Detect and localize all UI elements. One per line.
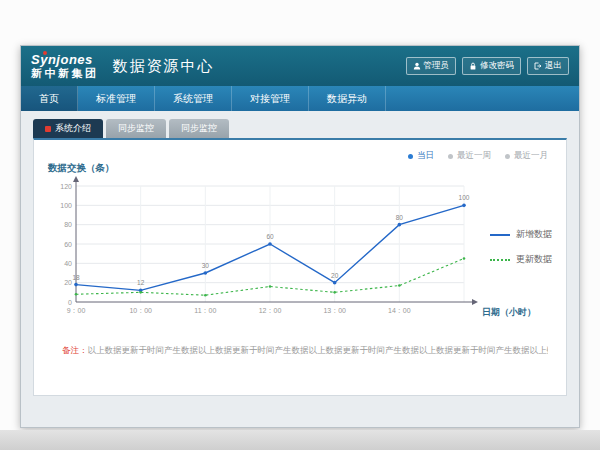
legend-item-new-data[interactable]: 新增数据 xyxy=(490,228,552,241)
tab-system-intro[interactable]: 系统介绍 xyxy=(33,119,103,138)
nav-item-standard-mgmt[interactable]: 标准管理 xyxy=(78,86,155,111)
svg-text:0: 0 xyxy=(68,299,72,306)
page-background-strip xyxy=(0,430,600,450)
header-actions: 管理员 修改密码 退出 xyxy=(406,57,570,75)
user-icon xyxy=(413,62,421,70)
filter-label: 当日 xyxy=(417,150,434,162)
admin-user-button[interactable]: 管理员 xyxy=(406,57,457,75)
range-filters: 当日 最近一周 最近一月 xyxy=(408,150,548,162)
svg-text:30: 30 xyxy=(202,262,210,269)
page-title: 数据资源中心 xyxy=(113,57,215,76)
series-label: 更新数据 xyxy=(516,253,552,266)
dot-icon xyxy=(448,154,453,159)
app-header: Synjones 新中新集团 数据资源中心 管理员 修改密码 退出 xyxy=(21,46,579,86)
legend-item-update-data[interactable]: 更新数据 xyxy=(490,253,552,266)
filter-label: 最近一周 xyxy=(457,150,491,162)
tab-red-grid-icon xyxy=(45,126,51,132)
logo: Synjones 新中新集团 xyxy=(31,53,99,79)
svg-text:20: 20 xyxy=(331,272,339,279)
tab-label: 同步监控 xyxy=(118,122,154,135)
x-axis-title: 日期（小时） xyxy=(482,306,536,319)
filter-last-month[interactable]: 最近一月 xyxy=(505,150,548,162)
svg-text:80: 80 xyxy=(396,214,404,221)
admin-user-label: 管理员 xyxy=(424,60,450,72)
change-password-label: 修改密码 xyxy=(480,60,514,72)
svg-text:120: 120 xyxy=(60,183,72,190)
logo-red-dot-icon xyxy=(43,51,47,55)
dot-icon xyxy=(505,154,510,159)
svg-text:20: 20 xyxy=(64,279,72,286)
tab-label: 系统介绍 xyxy=(55,122,91,135)
nav-item-system-mgmt[interactable]: 系统管理 xyxy=(155,86,232,111)
svg-text:60: 60 xyxy=(266,233,274,240)
nav-item-home[interactable]: 首页 xyxy=(21,86,78,111)
series-label: 新增数据 xyxy=(516,228,552,241)
logout-icon xyxy=(534,62,542,70)
svg-text:12: 12 xyxy=(137,279,145,286)
svg-text:60: 60 xyxy=(64,241,72,248)
svg-text:11：00: 11：00 xyxy=(194,307,216,314)
logout-label: 退出 xyxy=(545,60,562,72)
svg-text:10：00: 10：00 xyxy=(129,307,152,314)
svg-text:9：00: 9：00 xyxy=(67,307,86,314)
line-chart: 0204060801001209：0010：0011：0012：0013：001… xyxy=(50,174,480,326)
logo-subtitle: 新中新集团 xyxy=(31,67,99,79)
logout-button[interactable]: 退出 xyxy=(527,57,569,75)
svg-text:13：00: 13：00 xyxy=(323,307,346,314)
filter-label: 最近一月 xyxy=(514,150,548,162)
filter-today[interactable]: 当日 xyxy=(408,150,434,162)
lock-icon xyxy=(469,62,477,70)
change-password-button[interactable]: 修改密码 xyxy=(462,57,521,75)
svg-text:18: 18 xyxy=(72,274,80,281)
svg-text:100: 100 xyxy=(459,194,470,201)
svg-text:12：00: 12：00 xyxy=(259,307,282,314)
svg-text:80: 80 xyxy=(64,221,72,228)
tab-sync-monitor-1[interactable]: 同步监控 xyxy=(106,119,166,138)
content-area: 系统介绍 同步监控 同步监控 当日 最近一周 xyxy=(21,111,579,396)
app-window: Synjones 新中新集团 数据资源中心 管理员 修改密码 退出 首页 标准管… xyxy=(20,45,580,428)
nav-item-connect-mgmt[interactable]: 对接管理 xyxy=(232,86,309,111)
footnote-prefix: 备注： xyxy=(62,345,88,355)
filter-last-week[interactable]: 最近一周 xyxy=(448,150,491,162)
footnote-text: 以上数据更新于时间产生数据以上数据更新于时间产生数据以上数据更新于时间产生数据以… xyxy=(88,345,549,355)
tab-label: 同步监控 xyxy=(181,122,217,135)
svg-text:14：00: 14：00 xyxy=(388,307,411,314)
tab-bar: 系统介绍 同步监控 同步监控 xyxy=(33,119,567,138)
dot-icon xyxy=(408,154,413,159)
logo-text: Synjones xyxy=(31,53,99,67)
footnote: 备注：以上数据更新于时间产生数据以上数据更新于时间产生数据以上数据更新于时间产生… xyxy=(62,345,548,357)
svg-text:40: 40 xyxy=(64,260,72,267)
solid-line-icon xyxy=(490,234,510,236)
svg-text:100: 100 xyxy=(60,202,72,209)
dashed-line-icon xyxy=(490,259,510,261)
series-legend: 新增数据 更新数据 xyxy=(490,228,552,266)
chart-panel: 当日 最近一周 最近一月 数据交换（条） 0204060801001209：00… xyxy=(33,138,567,396)
tab-sync-monitor-2[interactable]: 同步监控 xyxy=(169,119,229,138)
logo-en-label: Synjones xyxy=(31,52,93,67)
main-nav: 首页 标准管理 系统管理 对接管理 数据异动 xyxy=(21,86,579,111)
nav-item-data-change[interactable]: 数据异动 xyxy=(309,86,386,111)
